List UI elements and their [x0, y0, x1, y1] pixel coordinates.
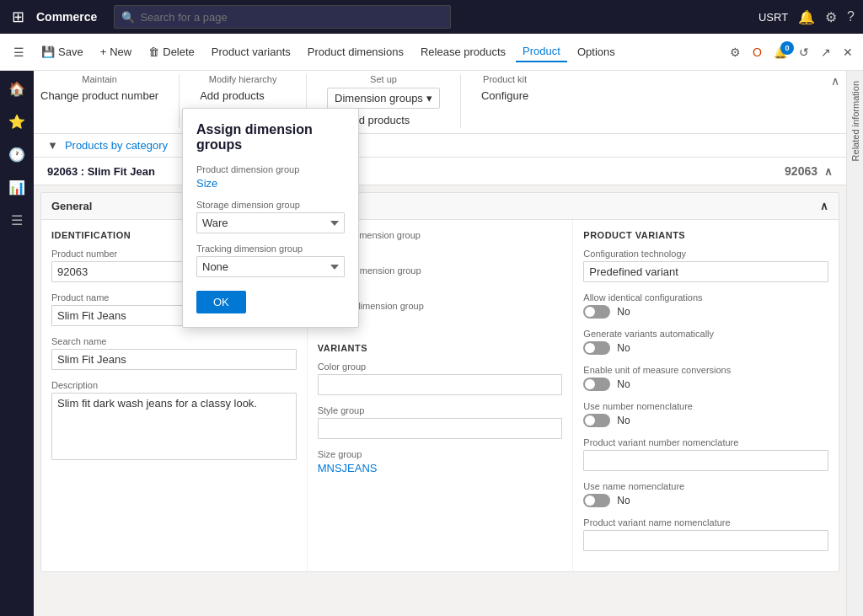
product-dimension-group-field: Product dimension group Size [196, 164, 345, 190]
save-button[interactable]: 💾 Save [35, 42, 90, 62]
options-button[interactable]: Options [571, 42, 622, 62]
ribbon-maintain-items: Change product number [40, 88, 158, 104]
generate-variants-toggle-row: No [583, 341, 828, 355]
general-header[interactable]: General ∧ [41, 193, 839, 220]
dialog-title: Assign dimension groups [196, 122, 345, 153]
search-name-field: Search name [51, 336, 297, 370]
change-product-number-link[interactable]: Change product number [40, 88, 158, 104]
refresh-icon[interactable]: ↺ [796, 42, 812, 62]
storage-dimension-group-select[interactable]: None Ware Site [196, 212, 345, 233]
product-variant-number-nomenclature-input[interactable] [583, 450, 828, 471]
ribbon-modify-label: Modify hierarchy [200, 74, 286, 84]
favorites-icon[interactable]: ⭐ [2, 107, 32, 137]
product-tab-button[interactable]: Product [516, 41, 567, 62]
product-number-display: 92063 [785, 164, 817, 178]
help-icon[interactable]: ? [847, 9, 855, 24]
config-technology-input[interactable] [583, 261, 828, 282]
configure-link[interactable]: Configure [481, 88, 528, 104]
size-group-value[interactable]: MNSJEANS [318, 462, 563, 474]
filter-icon[interactable]: ▼ [47, 139, 58, 152]
variants-section-label: VARIANTS [318, 343, 563, 353]
ribbon: Maintain Change product number Modify hi… [34, 71, 846, 134]
product-header: 92063 : Slim Fit Jean 92063 ∧ [34, 158, 846, 185]
new-button[interactable]: + New [94, 42, 139, 62]
right-sidebar: Related information [846, 71, 863, 616]
color-group-field: Color group [318, 362, 563, 395]
open-icon[interactable]: ↗ [817, 42, 834, 62]
assign-dimension-groups-dialog: Assign dimension groups Product dimensio… [182, 108, 359, 328]
general-collapse-icon: ∧ [820, 200, 828, 212]
use-name-nomenclature-label: Use name nomenclature [583, 481, 828, 491]
add-products-link[interactable]: Add products [200, 88, 265, 104]
bell-icon[interactable]: 🔔 [798, 9, 815, 25]
user-label: USRT [758, 11, 788, 24]
size-group-label: Size group [318, 449, 563, 459]
use-name-nomenclature-toggle[interactable] [583, 494, 610, 507]
product-variants-section-label: PRODUCT VARIANTS [583, 230, 828, 240]
use-name-nomenclature-field: Use name nomenclature No [583, 481, 828, 507]
search-input[interactable] [140, 11, 443, 24]
enable-unit-toggle[interactable] [583, 378, 610, 391]
search-bar[interactable]: 🔍 [114, 5, 451, 29]
settings2-icon[interactable]: ⚙ [726, 42, 744, 62]
grid-icon[interactable]: ⊞ [8, 4, 28, 29]
release-products-button[interactable]: Release products [414, 42, 512, 62]
ribbon-divider-1 [179, 74, 180, 128]
storage-dimension-group-label: Storage dimension group [196, 200, 345, 210]
generate-variants-label: Generate variants automatically [583, 329, 828, 339]
use-number-nomenclature-value: No [617, 415, 630, 426]
dimension-groups-button[interactable]: Dimension groups ▾ [327, 88, 440, 109]
style-group-input[interactable] [318, 418, 563, 439]
close-icon[interactable]: ✕ [839, 42, 856, 62]
allow-identical-toggle[interactable] [583, 305, 610, 319]
recent-icon[interactable]: 🕐 [2, 140, 32, 169]
allow-identical-field: Allow identical configurations No [583, 292, 828, 319]
product-dimensions-button[interactable]: Product dimensions [301, 42, 410, 62]
search-icon: 🔍 [121, 11, 135, 24]
top-nav-right: USRT 🔔 ⚙ ? [758, 9, 855, 25]
notification-badge-icon[interactable]: 🔔 0 [770, 42, 791, 62]
settings-icon[interactable]: ⚙ [825, 9, 837, 25]
use-number-nomenclature-field: Use number nomenclature No [583, 401, 828, 427]
home-icon[interactable]: 🏠 [2, 74, 32, 104]
breadcrumb[interactable]: Products by category [65, 139, 168, 152]
ribbon-collapse[interactable]: ∧ [831, 74, 839, 88]
tracking-dimension-group-select[interactable]: None Serial Batch [196, 256, 345, 277]
product-dimension-group-value[interactable]: Size [196, 177, 345, 190]
office-icon[interactable]: O [749, 42, 765, 62]
page-content: ▼ Products by category 92063 : Slim Fit … [34, 134, 846, 616]
config-technology-label: Configuration technology [583, 249, 828, 259]
hamburger-icon[interactable]: ☰ [7, 39, 31, 66]
product-variants-button[interactable]: Product variants [205, 42, 297, 62]
ribbon-product-kit-items: Configure [481, 88, 528, 104]
ribbon-maintain-group: Maintain Change product number [40, 74, 158, 128]
tracking-dimension-group-label: Tracking dimension group [196, 244, 345, 254]
product-variants-col: PRODUCT VARIANTS Configuration technolog… [572, 220, 839, 571]
content-area: Maintain Change product number Modify hi… [34, 71, 846, 616]
modules-icon[interactable]: ☰ [4, 206, 29, 235]
filter-bar: ▼ Products by category [34, 134, 846, 158]
use-number-nomenclature-toggle[interactable] [583, 414, 610, 427]
enable-unit-toggle-row: No [583, 378, 828, 391]
ok-button[interactable]: OK [196, 291, 246, 313]
enable-unit-label: Enable unit of measure conversions [583, 365, 828, 375]
ribbon-product-kit-group: Product kit Configure [481, 74, 528, 128]
search-name-input[interactable] [51, 349, 297, 370]
generate-variants-toggle[interactable] [583, 341, 610, 355]
action-bar: ☰ 💾 Save + New 🗑 Delete Product variants… [0, 34, 863, 71]
product-variant-name-nomenclature-label: Product variant name nomenclature [583, 517, 828, 528]
ribbon-setup-label: Set up [327, 74, 440, 84]
color-group-input[interactable] [318, 374, 563, 395]
description-textarea[interactable]: Slim fit dark wash jeans for a classy lo… [51, 393, 297, 460]
delete-button[interactable]: 🗑 Delete [142, 42, 201, 62]
allow-identical-label: Allow identical configurations [583, 292, 828, 303]
workspaces-icon[interactable]: 📊 [2, 173, 32, 202]
delete-icon: 🗑 [148, 46, 159, 58]
product-header-collapse[interactable]: ∧ [824, 165, 833, 178]
product-variant-name-nomenclature-input[interactable] [583, 530, 828, 551]
related-information-label[interactable]: Related information [847, 71, 864, 171]
use-number-nomenclature-toggle-row: No [583, 414, 828, 427]
action-bar-right: ⚙ O 🔔 0 ↺ ↗ ✕ [726, 42, 856, 62]
form-columns: IDENTIFICATION Product number Product na… [41, 220, 839, 571]
ribbon-divider-3 [460, 74, 461, 128]
